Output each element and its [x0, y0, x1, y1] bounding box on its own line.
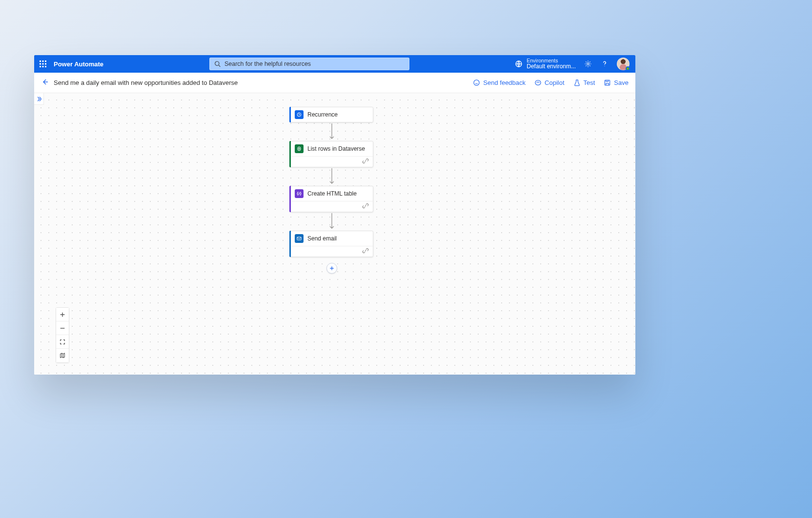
command-bar: Send me a daily email with new opportuni… [34, 73, 635, 93]
flow-step[interactable]: Create HTML table [290, 186, 373, 212]
environment-value: Default environm... [527, 63, 576, 70]
app-launcher-icon[interactable] [34, 55, 52, 73]
svg-point-9 [215, 61, 219, 65]
flow-title: Send me a daily email with new opportuni… [54, 79, 238, 86]
flow-step[interactable]: List rows in Dataverse [290, 141, 373, 167]
svg-rect-3 [40, 63, 41, 65]
minimap-button[interactable] [56, 349, 69, 362]
back-icon[interactable] [41, 78, 49, 87]
header-right: Environments Default environm... [515, 58, 635, 70]
svg-rect-2 [45, 60, 46, 62]
test-button[interactable]: Test [573, 79, 595, 86]
accent-bar [289, 107, 291, 122]
accent-bar [289, 231, 291, 257]
step-icon [295, 234, 304, 243]
connector-arrow [328, 167, 335, 186]
search-box[interactable] [209, 58, 409, 70]
app-window: Power Automate Environments Default envi… [34, 55, 635, 375]
link-icon[interactable] [362, 202, 369, 211]
step-footer [291, 201, 373, 212]
copilot-button[interactable]: Copilot [534, 79, 564, 86]
step-label: Recurrence [307, 111, 338, 118]
svg-rect-7 [42, 66, 44, 67]
svg-rect-5 [45, 63, 46, 65]
connector-arrow [328, 122, 335, 141]
header: Power Automate Environments Default envi… [34, 55, 635, 73]
flow-column: RecurrenceList rows in DataverseCreate H… [290, 107, 373, 274]
help-icon[interactable] [600, 60, 609, 68]
step-icon [295, 189, 304, 198]
breadcrumb: Send me a daily email with new opportuni… [41, 78, 238, 87]
settings-icon[interactable] [584, 60, 592, 68]
step-icon [295, 110, 304, 119]
flow-step[interactable]: Send email [290, 231, 373, 257]
send-feedback-button[interactable]: Send feedback [473, 79, 526, 86]
svg-point-12 [587, 63, 589, 65]
accent-bar [289, 141, 291, 167]
svg-rect-18 [297, 237, 301, 240]
presence-indicator [626, 66, 630, 71]
avatar[interactable] [617, 58, 629, 70]
environment-label: Environments [527, 58, 576, 63]
svg-point-15 [535, 80, 541, 85]
svg-point-14 [474, 80, 479, 85]
copilot-label: Copilot [545, 79, 564, 86]
svg-rect-16 [605, 80, 610, 85]
expand-panel-button[interactable] [34, 93, 44, 105]
accent-bar [289, 186, 291, 212]
step-footer [291, 156, 373, 167]
svg-rect-4 [42, 63, 44, 65]
step-icon [295, 144, 304, 153]
svg-rect-8 [45, 66, 46, 67]
fit-to-screen-button[interactable] [56, 335, 69, 349]
zoom-in-button[interactable] [56, 308, 69, 321]
link-icon[interactable] [362, 247, 369, 256]
search-input[interactable] [224, 60, 405, 67]
flow-step[interactable]: Recurrence [290, 107, 373, 122]
designer-canvas[interactable]: RecurrenceList rows in DataverseCreate H… [34, 93, 635, 375]
svg-rect-6 [40, 66, 41, 67]
environment-picker[interactable]: Environments Default environm... [515, 58, 576, 70]
svg-rect-1 [42, 60, 44, 62]
zoom-controls [56, 307, 69, 363]
connector-arrow [328, 212, 335, 231]
svg-line-10 [219, 65, 220, 66]
svg-rect-0 [40, 60, 41, 62]
step-label: Create HTML table [307, 190, 357, 197]
test-label: Test [584, 79, 595, 86]
add-step-button[interactable] [326, 263, 337, 274]
send-feedback-label: Send feedback [483, 79, 526, 86]
search-wrap [103, 58, 515, 70]
zoom-out-button[interactable] [56, 321, 69, 335]
save-button[interactable]: Save [604, 79, 629, 86]
step-label: List rows in Dataverse [307, 145, 365, 152]
link-icon[interactable] [362, 158, 369, 166]
product-name[interactable]: Power Automate [52, 60, 103, 68]
step-label: Send email [307, 235, 337, 242]
svg-point-13 [604, 65, 605, 66]
save-label: Save [614, 79, 629, 86]
step-footer [291, 246, 373, 257]
